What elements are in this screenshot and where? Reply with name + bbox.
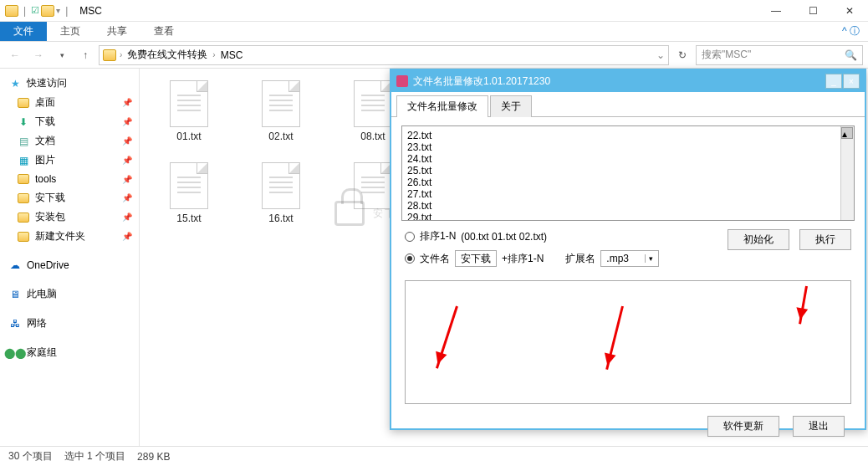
arrow-annotation (799, 286, 808, 325)
pc-icon: 🖥 (8, 288, 22, 301)
sidebar-item-newfolder[interactable]: 新建文件夹📌 (0, 227, 139, 246)
pin-icon: 📌 (122, 193, 132, 202)
folder-icon (18, 232, 29, 242)
crumb[interactable]: MSC (217, 49, 247, 61)
filename-input[interactable]: 安下载 (455, 250, 497, 267)
pin-icon: 📌 (122, 156, 132, 165)
sort-label: 排序1-N (420, 229, 456, 243)
titlebar: | ☑ ▾ | MSC — ☐ ✕ (0, 0, 868, 22)
folder-icon (18, 174, 29, 184)
tab-view[interactable]: 查看 (140, 21, 187, 42)
sidebar: ★ 快速访问 桌面📌 ⬇下载📌 ▤文档📌 ▦图片📌 tools📌 安下载📌 安装… (0, 69, 140, 446)
sidebar-item-documents[interactable]: ▤文档📌 (0, 131, 139, 151)
tab-rename[interactable]: 文件名批量修改 (396, 95, 488, 117)
minimize-button[interactable]: _ (825, 74, 842, 89)
refresh-button[interactable]: ↻ (672, 49, 692, 61)
folder-icon (18, 193, 29, 203)
file-item[interactable]: 16.txt (248, 162, 314, 224)
help-icon[interactable]: ^ ⓘ (834, 24, 868, 38)
maximize-button[interactable]: ☐ (794, 0, 831, 22)
list-item[interactable]: 25.txt (407, 165, 849, 177)
list-item[interactable]: 28.txt (407, 200, 849, 212)
picture-icon: ▦ (17, 154, 30, 167)
filename-label: 文件名 (420, 252, 450, 266)
label: tools (35, 173, 56, 185)
list-item[interactable]: 24.txt (407, 153, 849, 165)
dropdown-icon[interactable]: ⌄ (656, 49, 665, 61)
crumb[interactable]: 免费在线文件转换 (124, 48, 211, 62)
radio-filename[interactable] (405, 253, 415, 264)
file-name: 02.txt (268, 131, 293, 142)
file-item[interactable]: 02.txt (248, 80, 314, 142)
sidebar-item-tools[interactable]: tools📌 (0, 170, 139, 188)
close-button[interactable]: ✕ (831, 0, 868, 22)
label: 图片 (35, 153, 55, 167)
star-icon: ★ (8, 77, 22, 90)
chevron-icon[interactable]: ▾ (56, 6, 60, 15)
list-item[interactable]: 27.txt (407, 188, 849, 200)
scrollbar[interactable]: ▴ (840, 126, 854, 220)
sidebar-thispc[interactable]: 🖥此电脑 (0, 284, 139, 304)
sidebar-item-desktop[interactable]: 桌面📌 (0, 93, 139, 112)
chevron-right-icon: › (120, 50, 122, 59)
history-dropdown[interactable]: ▾ (52, 45, 72, 65)
init-button[interactable]: 初始化 (728, 229, 789, 250)
plus-sort-label: +排序1-N (502, 252, 544, 266)
close-button[interactable]: × (843, 74, 860, 89)
radio-sort[interactable] (405, 232, 415, 242)
batch-rename-dialog: 文件名批量修改1.01.20171230 _ × 文件名批量修改 关于 22.t… (390, 69, 866, 430)
separator: | (23, 5, 26, 17)
sidebar-onedrive[interactable]: ☁OneDrive (0, 256, 139, 274)
sidebar-item-install[interactable]: 安装包📌 (0, 207, 139, 227)
folder-icon (5, 5, 18, 17)
status-selection: 选中 1 个项目 (64, 449, 125, 463)
folder-icon (18, 98, 29, 108)
ribbon: 文件 主页 共享 查看 ^ ⓘ (0, 22, 868, 42)
check-icon: ☑ (31, 5, 39, 16)
sidebar-item-axz[interactable]: 安下载📌 (0, 188, 139, 207)
label: 新建文件夹 (35, 229, 85, 243)
list-item[interactable]: 22.txt (407, 130, 849, 141)
file-tab[interactable]: 文件 (0, 22, 47, 41)
chevron-right-icon: › (212, 50, 215, 59)
sidebar-item-pictures[interactable]: ▦图片📌 (0, 151, 139, 170)
separator: | (65, 5, 68, 17)
label: 桌面 (35, 95, 55, 110)
label: 快速访问 (27, 76, 67, 90)
label: 安装包 (35, 210, 65, 224)
document-icon: ▤ (17, 135, 30, 148)
search-input[interactable]: 搜索"MSC" 🔍 (696, 45, 863, 65)
execute-button[interactable]: 执行 (799, 229, 851, 250)
file-listbox[interactable]: 22.txt23.txt24.txt25.txt26.txt27.txt28.t… (401, 125, 855, 221)
list-item[interactable]: 26.txt (407, 177, 849, 188)
tab-about[interactable]: 关于 (490, 95, 532, 117)
breadcrumb[interactable]: › 免费在线文件转换 › MSC ⌄ (99, 45, 669, 65)
sidebar-network[interactable]: 🖧网络 (0, 314, 139, 333)
sidebar-quick-access[interactable]: ★ 快速访问 (0, 74, 139, 93)
file-item[interactable]: 01.txt (156, 80, 222, 142)
sidebar-item-downloads[interactable]: ⬇下载📌 (0, 112, 139, 131)
ext-combobox[interactable]: .mp3 ▾ (600, 250, 659, 267)
network-icon: 🖧 (8, 317, 22, 330)
pin-icon: 📌 (122, 213, 132, 222)
up-button[interactable]: ↑ (75, 45, 95, 65)
tab-share[interactable]: 共享 (94, 21, 140, 42)
status-count: 30 个项目 (8, 449, 53, 463)
exit-button[interactable]: 退出 (793, 416, 845, 437)
minimize-button[interactable]: — (758, 0, 794, 22)
scroll-up-icon[interactable]: ▴ (841, 127, 853, 139)
file-name: 15.txt (176, 213, 201, 224)
file-name: 16.txt (268, 213, 293, 224)
update-button[interactable]: 软件更新 (707, 416, 779, 437)
back-button[interactable]: ← (5, 45, 25, 65)
list-item[interactable]: 29.txt (407, 212, 849, 221)
file-item[interactable]: 15.txt (156, 162, 222, 224)
dialog-titlebar[interactable]: 文件名批量修改1.01.20171230 _ × (391, 70, 865, 92)
txt-file-icon (262, 162, 300, 209)
txt-file-icon (354, 162, 392, 209)
list-item[interactable]: 23.txt (407, 141, 849, 153)
txt-file-icon (170, 162, 208, 209)
sidebar-homegroup[interactable]: ⬤⬤家庭组 (0, 343, 139, 362)
tab-home[interactable]: 主页 (47, 21, 94, 42)
forward-button[interactable]: → (28, 45, 49, 65)
